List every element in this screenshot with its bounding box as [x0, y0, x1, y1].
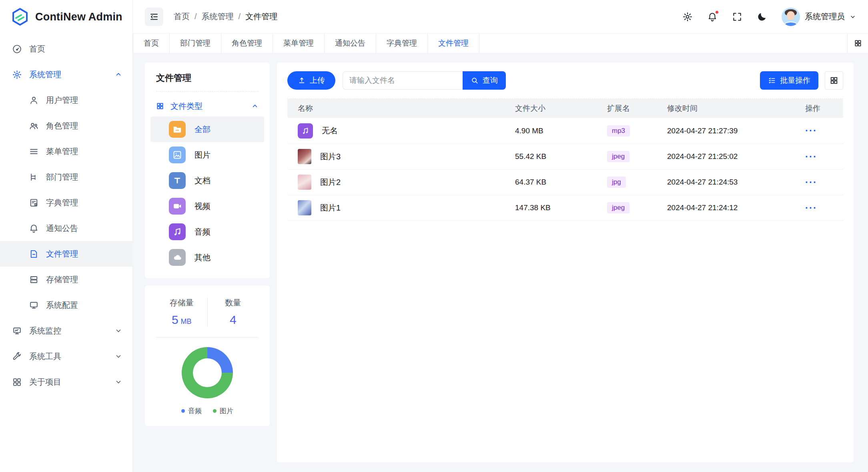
sidebar-item-system-monitor[interactable]: 系统监控 — [0, 318, 132, 343]
legend-dot — [213, 409, 216, 413]
sidebar-item-label: 系统工具 — [29, 351, 108, 362]
sidebar-menu: 首页 系统管理 — [0, 34, 132, 395]
sidebar-item-system-mgmt[interactable]: 系统管理 — [0, 62, 132, 87]
file-type-other[interactable]: 其他 — [150, 245, 264, 270]
tab-dept-mgmt[interactable]: 部门管理 — [170, 34, 221, 53]
view-toggle-button[interactable] — [825, 71, 843, 90]
file-type-label: 音频 — [194, 227, 210, 237]
sidebar-item-user-mgmt[interactable]: 用户管理 — [0, 87, 132, 113]
table-row[interactable]: 图片3 55.42 KB jpeg 2024-04-27 21:25:02 ··… — [287, 144, 843, 169]
sidebar-item-about[interactable]: 关于项目 — [0, 369, 132, 395]
chevron-up-icon — [115, 71, 122, 78]
search-group: 查询 — [343, 71, 506, 90]
fullscreen-icon[interactable] — [732, 12, 742, 22]
file-type-label: 视频 — [194, 201, 210, 212]
tab-label: 文件管理 — [438, 38, 469, 48]
upload-icon — [298, 76, 306, 84]
file-type-audio[interactable]: 音频 — [150, 219, 264, 245]
col-size: 文件大小 — [511, 99, 603, 118]
batch-actions-button[interactable]: 批量操作 — [760, 71, 818, 90]
ext-badge: jpeg — [607, 151, 629, 162]
gear-icon — [12, 70, 22, 80]
menu-fold-icon — [149, 12, 159, 22]
breadcrumb-item[interactable]: 首页 — [174, 11, 190, 22]
sidebar-collapse-button[interactable] — [145, 8, 163, 26]
tabs: 首页 部门管理 角色管理 菜单管理 通知公告 字典管理 文件管理 — [133, 34, 847, 53]
more-actions-icon[interactable]: ··· — [805, 151, 817, 162]
content-area: 文件管理 文件类型 — [133, 53, 868, 472]
chevron-down-icon — [115, 378, 122, 386]
settings-gear-icon[interactable] — [682, 12, 693, 22]
top-header: 首页 / 系统管理 / 文件管理 — [133, 0, 868, 34]
file-name: 无名 — [322, 125, 338, 136]
col-actions: 操作 — [801, 99, 843, 118]
sidebar-item-label: 首页 — [29, 44, 122, 54]
menu-lines-icon — [29, 147, 39, 157]
table-row[interactable]: 图片2 64.37 KB jpg 2024-04-27 21:24:53 ··· — [287, 169, 843, 195]
sidebar-item-label: 角色管理 — [46, 121, 122, 131]
image-thumbnail — [298, 200, 311, 215]
tab-label: 角色管理 — [232, 38, 262, 48]
table-row[interactable]: 无名 4.90 MB mp3 2024-04-27 21:27:39 ··· — [287, 118, 843, 144]
user-name: 系统管理员 — [805, 11, 845, 22]
sidebar-item-system-tools[interactable]: 系统工具 — [0, 343, 132, 369]
count-stat: 数量 4 — [208, 297, 259, 327]
tab-home[interactable]: 首页 — [133, 34, 170, 53]
more-actions-icon[interactable]: ··· — [805, 125, 817, 136]
more-actions-icon[interactable]: ··· — [805, 202, 817, 213]
sidebar-item-storage-mgmt[interactable]: 存储管理 — [0, 267, 132, 292]
image-thumbnail — [298, 175, 311, 190]
dark-mode-moon-icon[interactable] — [757, 12, 767, 22]
sidebar-item-label: 菜单管理 — [46, 146, 122, 157]
file-type-section-toggle[interactable]: 文件类型 — [156, 97, 259, 115]
notification-bell-icon[interactable] — [707, 12, 718, 22]
breadcrumb-separator: / — [194, 12, 197, 21]
sidebar-item-system-config[interactable]: 系统配置 — [0, 292, 132, 318]
search-icon — [471, 76, 479, 84]
sidebar-item-dept-mgmt[interactable]: 部门管理 — [0, 164, 132, 190]
sidebar-item-role-mgmt[interactable]: 角色管理 — [0, 113, 132, 139]
chevron-down-icon — [115, 353, 122, 360]
sidebar-item-file-mgmt[interactable]: 文件管理 — [0, 241, 132, 267]
file-modified: 2024-04-27 21:24:53 — [663, 169, 801, 195]
file-type-video[interactable]: 视频 — [150, 193, 264, 219]
tab-actions-button[interactable] — [847, 34, 868, 53]
file-type-donut-chart — [156, 347, 259, 398]
sidebar-item-home[interactable]: 首页 — [0, 36, 132, 62]
breadcrumb-item[interactable]: 系统管理 — [202, 11, 234, 22]
file-type-label: 图片 — [194, 150, 210, 161]
table-row[interactable]: 图片1 147.38 KB jpeg 2024-04-27 21:24:12 ·… — [287, 195, 843, 221]
file-type-all[interactable]: 全部 — [150, 116, 264, 142]
file-modified: 2024-04-27 21:24:12 — [663, 195, 801, 221]
file-name: 图片1 — [320, 203, 341, 213]
tab-menu-mgmt[interactable]: 菜单管理 — [273, 34, 325, 53]
chevron-down-icon — [115, 327, 122, 334]
storage-stats-panel: 存储量 5MB 数量 4 — [145, 285, 270, 426]
chevron-down-icon — [850, 14, 856, 20]
donut-chart — [182, 347, 233, 398]
more-actions-icon[interactable]: ··· — [805, 177, 817, 187]
file-type-image[interactable]: 图片 — [150, 142, 264, 168]
file-type-doc[interactable]: 文档 — [150, 168, 264, 193]
file-size: 147.38 KB — [511, 195, 603, 221]
tab-dict-mgmt[interactable]: 字典管理 — [376, 34, 428, 53]
sidebar-item-notice[interactable]: 通知公告 — [0, 215, 132, 241]
search-input[interactable] — [343, 71, 463, 90]
wrench-icon — [12, 351, 22, 362]
table-header-row: 名称 文件大小 扩展名 修改时间 操作 — [287, 99, 843, 118]
user-menu[interactable]: 系统管理员 — [782, 8, 856, 26]
sidebar-item-dict-mgmt[interactable]: 字典管理 — [0, 190, 132, 215]
sidebar-item-label: 关于项目 — [29, 377, 108, 388]
tab-file-mgmt[interactable]: 文件管理 — [428, 34, 479, 53]
file-list-panel: 上传 查询 — [277, 62, 854, 462]
storage-stat: 存储量 5MB — [156, 297, 207, 327]
file-icon — [29, 249, 39, 259]
tab-notice[interactable]: 通知公告 — [325, 34, 376, 53]
query-label: 查询 — [483, 75, 498, 86]
upload-button[interactable]: 上传 — [287, 71, 335, 90]
tab-role-mgmt[interactable]: 角色管理 — [221, 34, 273, 53]
col-modified: 修改时间 — [663, 99, 801, 118]
sidebar-item-menu-mgmt[interactable]: 菜单管理 — [0, 139, 132, 164]
bell-icon — [29, 223, 39, 233]
query-button[interactable]: 查询 — [463, 71, 506, 90]
